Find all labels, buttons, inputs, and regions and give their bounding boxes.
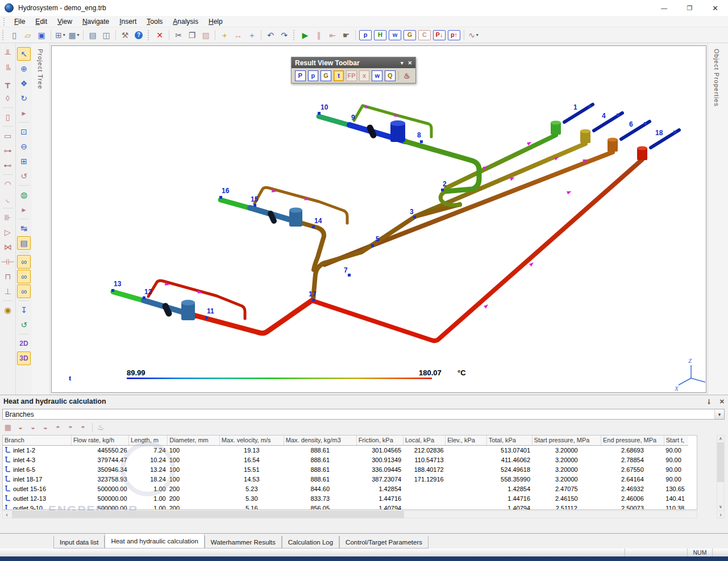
column-header[interactable]: Start pressure, MPa bbox=[532, 436, 601, 445]
node-marker[interactable] bbox=[644, 122, 647, 125]
tools-button[interactable]: ⚒ bbox=[119, 29, 131, 41]
horizontal-scrollbar-right[interactable]: › bbox=[717, 510, 725, 518]
column-header[interactable]: Friction, kPa bbox=[356, 436, 403, 445]
resize-grip[interactable] bbox=[712, 549, 728, 556]
node-marker[interactable] bbox=[219, 196, 222, 199]
restore-button[interactable]: ❐ bbox=[677, 0, 702, 16]
table-row[interactable]: inlet 6-5350946.3413.2410015.51888.61336… bbox=[3, 464, 688, 474]
vertical-scrollbar[interactable]: ∧ ∨ bbox=[717, 435, 725, 511]
dimension-tool[interactable]: ↹ bbox=[17, 221, 31, 235]
view-flyout[interactable]: ▸ bbox=[17, 203, 31, 216]
expansion-joint-tool[interactable]: ⊓ bbox=[1, 270, 15, 283]
pipe-junction-tool[interactable]: ╨ bbox=[1, 47, 15, 61]
node-marker[interactable] bbox=[420, 140, 423, 143]
tab-calculation-log[interactable]: Calculation Log bbox=[282, 536, 339, 549]
redo-button[interactable]: ↷ bbox=[278, 29, 290, 41]
table-row[interactable]: inlet 1-2445550.267.2410019.13888.61301.… bbox=[3, 445, 688, 455]
table-view-button[interactable]: ▦▾ bbox=[68, 29, 80, 41]
legend-settings-icon[interactable]: ♨ bbox=[95, 422, 106, 432]
step-back-button[interactable]: ⇤ bbox=[326, 29, 339, 41]
view-annotations-tool[interactable]: ∞ bbox=[17, 284, 31, 298]
orbit-tool[interactable]: ↺ bbox=[17, 169, 31, 183]
node-marker[interactable] bbox=[318, 112, 321, 115]
show-pressure-rise-button[interactable]: p↑ bbox=[448, 30, 460, 40]
refresh-document-tool[interactable]: ↺ bbox=[17, 318, 31, 332]
show-velocity-button[interactable]: w bbox=[389, 30, 401, 40]
flange-tool[interactable]: ⊣⊢ bbox=[1, 255, 15, 269]
view-results-tool[interactable]: ∞ bbox=[17, 255, 31, 269]
table-row[interactable]: outlet 15-16500000.001.002005.23844.601.… bbox=[3, 484, 688, 493]
pump-tool[interactable]: ⊥ bbox=[1, 284, 15, 298]
help-button[interactable]: ? bbox=[132, 29, 145, 41]
run-calculation-button[interactable]: ▶ bbox=[299, 29, 311, 41]
undo-button[interactable]: ↶ bbox=[264, 29, 277, 41]
show-flow-button[interactable]: G bbox=[403, 30, 416, 40]
export-report-tool[interactable]: ↧ bbox=[17, 303, 31, 317]
node-marker[interactable] bbox=[588, 105, 591, 108]
panel-close-icon[interactable]: ✕ bbox=[719, 398, 725, 405]
toolbar-close-icon[interactable]: ✕ bbox=[407, 60, 412, 66]
tube-tool[interactable]: ▯ bbox=[1, 110, 15, 124]
flow-direction-button[interactable]: ↔ bbox=[232, 29, 244, 41]
select-tool[interactable]: ↖ bbox=[17, 47, 31, 61]
menu-view[interactable]: View bbox=[52, 16, 77, 27]
node-marker[interactable] bbox=[205, 316, 208, 319]
view-3d-orbit-tool[interactable]: ◍ bbox=[17, 188, 31, 202]
node-marker[interactable] bbox=[673, 131, 676, 133]
show-cavitation-button[interactable]: C bbox=[418, 30, 431, 40]
horizontal-scroll-thumb[interactable] bbox=[12, 511, 404, 518]
cut-button[interactable]: ✂ bbox=[172, 29, 185, 41]
zoom-out-tool[interactable]: ⊖ bbox=[17, 140, 31, 153]
flask-tool[interactable]: ◊ bbox=[1, 91, 15, 105]
menu-analysis[interactable]: Analysis bbox=[168, 16, 203, 27]
pan-tool[interactable]: ❖ bbox=[17, 77, 31, 90]
insert-node-button[interactable]: ＋ bbox=[218, 29, 231, 41]
table-row[interactable]: inlet 18-17323758.9318.2410014.53888.613… bbox=[3, 474, 688, 484]
vessel-tool[interactable]: ▭ bbox=[1, 129, 15, 143]
project-tree-tab[interactable]: Project Tree bbox=[37, 43, 44, 89]
horizontal-scrollbar[interactable]: ‹ bbox=[2, 510, 697, 518]
open-file-button[interactable]: ▱ bbox=[22, 29, 34, 41]
node-marker[interactable] bbox=[312, 225, 315, 228]
model-view[interactable]: 109823751461816151413121117 t 89.99 180.… bbox=[51, 45, 706, 393]
vertical-scroll-thumb[interactable] bbox=[717, 442, 724, 482]
node-marker[interactable] bbox=[441, 189, 444, 191]
vessel-outlet-tool[interactable]: ⊷ bbox=[1, 158, 15, 172]
node-marker[interactable] bbox=[312, 299, 315, 302]
rvt-flow-button[interactable]: G bbox=[321, 70, 331, 81]
rvt-heat-button[interactable]: Q bbox=[385, 70, 396, 81]
node-marker[interactable] bbox=[143, 296, 145, 299]
scroll-up-icon[interactable]: ∧ bbox=[719, 436, 722, 442]
combo-dropdown-icon[interactable]: ▾ bbox=[714, 409, 724, 419]
table-row[interactable]: outlet 12-13500000.001.002005.30833.731.… bbox=[3, 493, 688, 503]
branches-table-container[interactable]: BranchFlow rate, kg/hLength, mDiameter, … bbox=[2, 435, 697, 510]
print-button[interactable]: ▤ bbox=[86, 29, 99, 41]
object-properties-tab[interactable]: Object Properties bbox=[713, 43, 720, 107]
node-marker[interactable] bbox=[617, 114, 619, 116]
ring-tool[interactable]: ◉ bbox=[1, 303, 15, 317]
tab-control-target-parameters[interactable]: Control/Target Parameters bbox=[339, 536, 429, 549]
tab-heat-and-hydraulic-calculation[interactable]: Heat and hydraulic calculation bbox=[105, 534, 204, 549]
thermometer-mid-icon[interactable]: ◓ bbox=[65, 422, 76, 432]
dropdown-icon[interactable]: ▾ bbox=[476, 32, 479, 37]
zoom-window-tool[interactable]: ⊡ bbox=[17, 125, 31, 139]
menu-file[interactable]: File bbox=[9, 16, 30, 27]
menu-navigate[interactable]: Navigate bbox=[77, 16, 114, 27]
pipe-network-canvas[interactable]: 109823751461816151413121117 t 89.99 180.… bbox=[52, 46, 706, 392]
vessel-nozzle-tool[interactable]: ⊶ bbox=[1, 144, 15, 157]
result-view-toolbar-titlebar[interactable]: Result View Toolbar ▾ ✕ bbox=[292, 57, 415, 68]
pin-icon[interactable]: ⊸ bbox=[705, 399, 713, 404]
flask-result-icon[interactable]: ◒ bbox=[15, 422, 26, 432]
bend-tool[interactable]: ◠ bbox=[1, 177, 15, 191]
menu-edit[interactable]: Edit bbox=[30, 16, 52, 27]
column-header[interactable]: Diameter, mm bbox=[168, 436, 220, 445]
thermometer-min-icon[interactable]: ◓ bbox=[52, 422, 64, 432]
result-view-toolbar[interactable]: Result View Toolbar ▾ ✕ PpGtFPxwQ♨ bbox=[291, 57, 416, 83]
column-header[interactable]: Max. density, kg/m3 bbox=[284, 436, 356, 445]
result-category-select[interactable]: Branches ▾ bbox=[2, 409, 725, 420]
rvt-pressure-button[interactable]: p bbox=[308, 70, 319, 81]
delete-button[interactable]: ✕ bbox=[153, 29, 166, 41]
column-header[interactable]: Max. velocity, m/s bbox=[219, 436, 284, 445]
node-marker[interactable] bbox=[371, 244, 374, 247]
rvt-velocity-button[interactable]: w bbox=[372, 70, 382, 81]
